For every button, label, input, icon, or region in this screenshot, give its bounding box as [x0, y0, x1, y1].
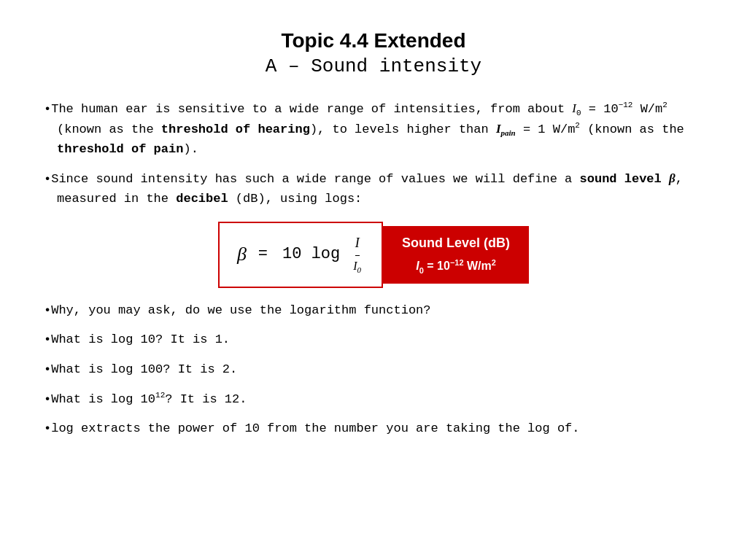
fraction: I I0 [353, 233, 361, 276]
bullet-4: •What is log 10? It is 1. [44, 330, 703, 349]
bullet1-text: •The human ear is sensitive to a wide ra… [44, 102, 684, 156]
beta-symbol: β [237, 240, 247, 269]
info-box-sub: I0 = 10−12 W/m2 [395, 257, 517, 277]
sub-title: A – Sound intensity [44, 55, 703, 77]
formula-box: β = 10 log I I0 [218, 222, 383, 288]
fraction-numerator: I [355, 233, 360, 256]
fraction-denominator: I0 [353, 256, 361, 276]
formula-section: β = 10 log I I0 Sound Level (dB) I0 = 10… [198, 222, 549, 288]
bullet-5: •What is log 100? It is 2. [44, 360, 703, 379]
bullet7-text: •log extracts the power of 10 from the n… [44, 419, 703, 438]
info-box-title: Sound Level (dB) [395, 233, 517, 254]
bullet-7: •log extracts the power of 10 from the n… [44, 419, 703, 438]
info-box: Sound Level (dB) I0 = 10−12 W/m2 [383, 226, 529, 284]
page-title: Topic 4.4 Extended A – Sound intensity [44, 29, 703, 77]
bullet5-text: •What is log 100? It is 2. [44, 360, 703, 379]
bullet-2: •Since sound intensity has such a wide r… [44, 169, 703, 209]
bullet-1: •The human ear is sensitive to a wide ra… [44, 99, 703, 159]
formula-equals: = [258, 242, 268, 267]
bullet-6: •What is log 1012? It is 12. [44, 389, 703, 409]
bullet-3: •Why, you may ask, do we use the logarit… [44, 301, 703, 320]
main-title: Topic 4.4 Extended [44, 29, 703, 52]
bullet4-text: •What is log 10? It is 1. [44, 330, 703, 349]
content-area: •The human ear is sensitive to a wide ra… [44, 99, 703, 438]
bullet3-text: •Why, you may ask, do we use the logarit… [44, 301, 703, 320]
bullet6-text: •What is log 1012? It is 12. [44, 389, 703, 409]
log-text: 10 log [282, 242, 340, 267]
bullet2-text: •Since sound intensity has such a wide r… [44, 172, 683, 205]
